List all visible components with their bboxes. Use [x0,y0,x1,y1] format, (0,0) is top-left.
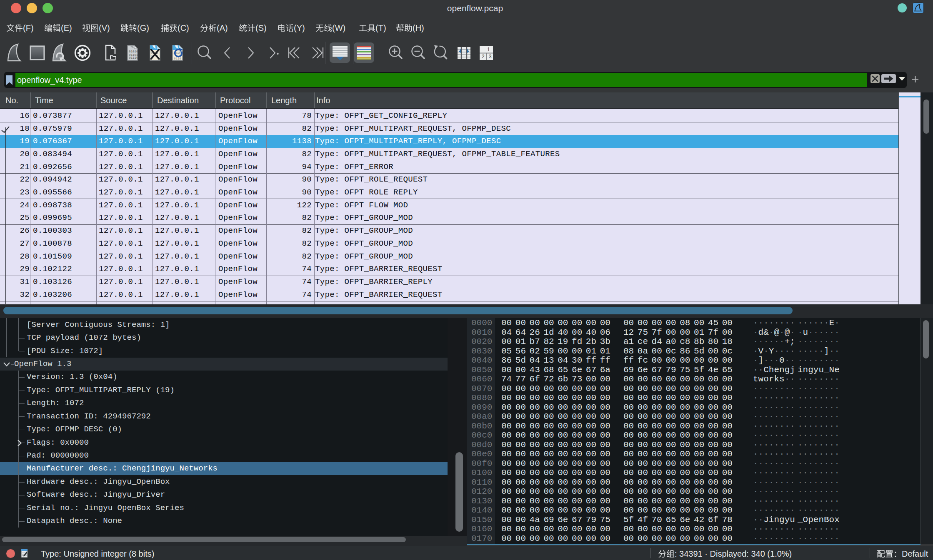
svg-text:3: 3 [489,54,492,60]
svg-text:1: 1 [487,47,490,52]
svg-text:0110: 0110 [174,57,182,60]
svg-text:01110: 01110 [129,56,138,60]
svg-text:2: 2 [482,54,485,60]
